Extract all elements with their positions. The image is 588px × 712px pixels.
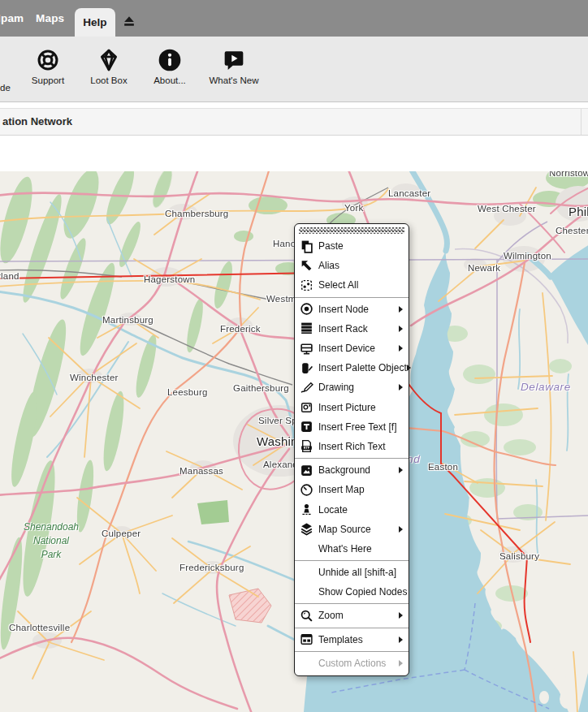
toolbar-item-whats-new[interactable]: What's New [203, 37, 265, 101]
map-label-city: Chambersburg [165, 209, 228, 218]
menu-item-label: Locate [318, 504, 348, 516]
paste-icon [300, 239, 313, 253]
insert-picture-icon [300, 400, 313, 414]
menu-item-unhide-all[interactable]: Unhide all [shift-a] [295, 563, 409, 582]
map-label-city: West Chester [478, 204, 536, 214]
tab-help[interactable]: Help [75, 8, 115, 37]
insert-device-icon [300, 342, 313, 356]
submenu-arrow-icon [399, 306, 403, 313]
menu-item-locate[interactable]: Locate [295, 499, 409, 519]
toolbar-item-about[interactable]: About... [142, 37, 197, 101]
map-label-city: Wilmington [504, 251, 551, 261]
no-icon-spacer [300, 566, 313, 580]
toolbar-item-label: Support [20, 76, 76, 85]
menu-item-label: Zoom [318, 610, 344, 621]
menu-item-label: Background [318, 464, 370, 476]
menu-drag-handle[interactable] [299, 227, 404, 234]
insert-rack-icon [300, 321, 313, 335]
menu-item-insert-free-text[interactable]: Insert Free Text [f] [295, 417, 409, 437]
menu-item-label: Unhide all [shift-a] [318, 567, 396, 578]
map-source-icon [300, 522, 313, 536]
toolbar-item-loot-box[interactable]: Loot Box [81, 37, 136, 101]
menu-item-label: Insert Free Text [f] [318, 421, 396, 433]
menu-separator [295, 603, 409, 604]
menu-item-insert-picture[interactable]: Insert Picture [295, 398, 409, 417]
menu-item-custom-actions: Custom Actions [295, 654, 409, 673]
menu-ipam[interactable]: Ipam [0, 0, 24, 37]
menu-separator [295, 651, 409, 652]
submenu-arrow-icon [399, 345, 403, 352]
map-label-city: York [344, 203, 363, 213]
menu-item-insert-rack[interactable]: Insert Rack [295, 319, 409, 339]
map-label-city: Cumberland [0, 271, 19, 281]
announcement-play-icon [221, 47, 247, 73]
menu-separator [295, 560, 409, 561]
submenu-arrow-icon [399, 384, 403, 391]
menu-item-label: What's Here [318, 543, 372, 554]
eject-icon[interactable] [121, 14, 137, 30]
menu-item-zoom[interactable]: Zoom [295, 606, 409, 625]
menu-separator [295, 297, 409, 298]
svg-text:RTF: RTF [304, 447, 310, 451]
menu-item-label: Alias [318, 260, 339, 271]
toolbar-item-label: What's New [203, 76, 265, 85]
map-label-city: Culpeper [102, 529, 141, 538]
menu-maps[interactable]: Maps [36, 0, 64, 37]
insert-free-text-icon [300, 420, 313, 434]
toolbar-item-support[interactable]: Support [20, 37, 76, 101]
map-label-city: Salisbury [499, 551, 539, 561]
menu-item-label: Insert Rich Text [318, 441, 385, 452]
menu-item-insert-device[interactable]: Insert Device [295, 339, 409, 358]
map-label-city: Philadelphia [569, 205, 588, 218]
menu-item-whats-here[interactable]: What's Here [295, 539, 409, 559]
menu-item-insert-palette-object[interactable]: Insert Palette Object [295, 358, 409, 378]
menu-item-label: Insert Picture [318, 402, 376, 413]
menu-separator [295, 458, 409, 459]
map-label-park: Shenandoah National Park [6, 520, 96, 562]
menu-item-map-source[interactable]: Map Source [295, 520, 409, 539]
menu-item-label: Map Source [318, 524, 371, 535]
submenu-arrow-icon [399, 526, 403, 533]
map-label-city: Winchester [70, 373, 119, 382]
menu-item-select-all[interactable]: Select All [295, 275, 409, 295]
map-label-city: Leesburg [167, 387, 208, 397]
map-label-city: Martinsburg [102, 315, 153, 325]
menu-item-label: Show Copied Nodes [318, 586, 407, 598]
locate-icon [300, 503, 313, 516]
menu-item-label: Insert Palette Object [318, 362, 407, 373]
menu-item-insert-map[interactable]: Insert Map [295, 480, 409, 499]
insert-node-icon [300, 302, 313, 316]
menu-item-alias[interactable]: Alias [295, 256, 409, 275]
no-icon-spacer [300, 585, 313, 599]
alias-icon [300, 259, 313, 273]
menu-item-label: Insert Device [318, 343, 375, 354]
app-window: Chambersburg Lancaster York Norristown W… [0, 0, 588, 712]
no-icon-spacer [300, 542, 313, 555]
submenu-arrow-icon [407, 365, 411, 371]
menu-item-label: Templates [318, 634, 363, 645]
menu-item-background[interactable]: Background [295, 460, 409, 480]
menu-item-drawing[interactable]: Drawing [295, 378, 409, 397]
map-label-city: Chester [556, 226, 588, 235]
menu-item-show-copied-nodes[interactable]: Show Copied Nodes [295, 582, 409, 602]
select-all-icon [300, 278, 313, 292]
diagram-title: ation Network [2, 109, 72, 135]
no-icon-spacer [300, 656, 313, 670]
menu-item-insert-node[interactable]: Insert Node [295, 300, 409, 319]
toolbar-item-label: Loot Box [81, 76, 136, 85]
diagram-title-bar: ation Network [0, 108, 588, 136]
menu-item-insert-rich-text[interactable]: RTF Insert Rich Text [295, 437, 409, 456]
map-label-city: Hagerstown [144, 274, 195, 284]
info-icon [157, 47, 183, 73]
map-label-city: Norristown [549, 171, 588, 178]
insert-rich-text-icon: RTF [300, 439, 313, 453]
menu-item-label: Paste [318, 240, 344, 252]
menu-item-paste[interactable]: Paste [295, 236, 409, 256]
menu-item-templates[interactable]: Templates [295, 630, 409, 649]
submenu-arrow-icon [399, 467, 403, 473]
map-label-city: Gaithersburg [233, 383, 289, 393]
map-label-city: Fredericksburg [179, 563, 244, 572]
top-menu-bar: Ipam Maps Help [0, 0, 588, 37]
toolbar-item-clipped[interactable]: de [0, 83, 11, 93]
menu-item-label: Insert Rack [318, 323, 368, 334]
